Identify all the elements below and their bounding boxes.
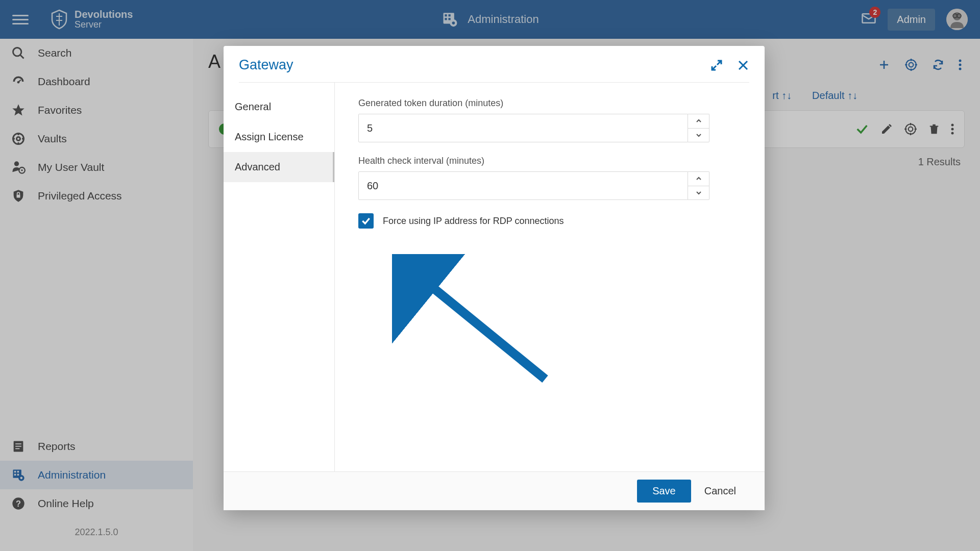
health-increment-button[interactable] — [688, 171, 709, 186]
token-decrement-button[interactable] — [688, 128, 709, 143]
gateway-dialog: Gateway General Assign License Advanced … — [224, 46, 765, 510]
chevron-down-icon — [696, 133, 702, 137]
health-interval-label: Health check interval (minutes) — [358, 156, 741, 166]
cancel-button[interactable]: Cancel — [704, 485, 736, 497]
token-duration-input[interactable] — [358, 114, 688, 142]
maximize-button[interactable] — [710, 59, 723, 71]
close-button[interactable] — [737, 59, 749, 71]
chevron-up-icon — [696, 119, 702, 123]
tab-advanced[interactable]: Advanced — [224, 152, 334, 182]
dialog-title: Gateway — [239, 57, 293, 73]
chevron-up-icon — [696, 177, 702, 181]
dialog-tabs: General Assign License Advanced — [224, 83, 335, 471]
token-increment-button[interactable] — [688, 114, 709, 128]
force-ip-label: Force using IP address for RDP connectio… — [383, 216, 564, 227]
dialog-form: Generated token duration (minutes) Healt… — [335, 83, 765, 471]
tab-general[interactable]: General — [224, 92, 334, 122]
health-interval-input[interactable] — [358, 171, 688, 200]
token-duration-label: Generated token duration (minutes) — [358, 98, 741, 109]
force-ip-checkbox[interactable] — [358, 213, 374, 229]
chevron-down-icon — [696, 191, 702, 195]
save-button[interactable]: Save — [637, 480, 691, 503]
check-icon — [361, 216, 371, 226]
tab-assign-license[interactable]: Assign License — [224, 122, 334, 152]
health-decrement-button[interactable] — [688, 186, 709, 201]
